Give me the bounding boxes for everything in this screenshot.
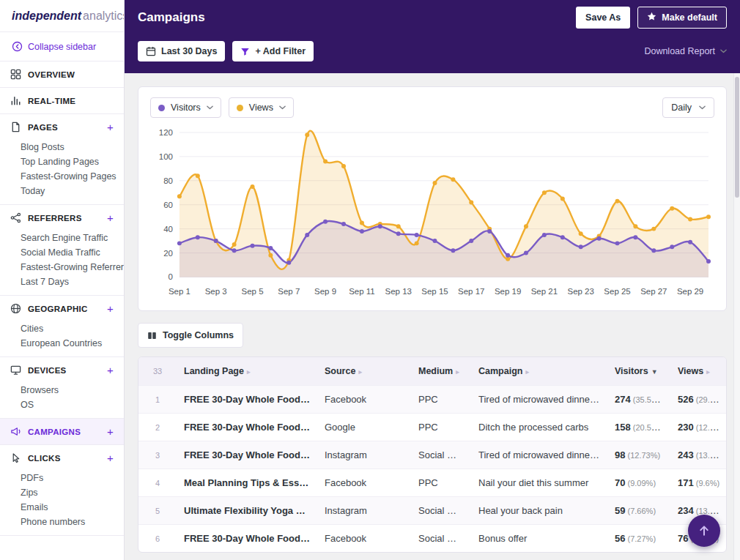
sidebar-item-zips[interactable]: Zips xyxy=(21,485,116,500)
interval-select[interactable]: Daily xyxy=(662,97,714,118)
sidebar-section-label: REFERRERS xyxy=(28,214,82,223)
download-report-button[interactable]: Download Report xyxy=(644,46,727,56)
column-header-campaign[interactable]: Campaign▸ xyxy=(471,357,607,386)
cell-visitors: 98 (12.73%) xyxy=(607,441,670,469)
date-range-button[interactable]: Last 30 Days xyxy=(138,41,225,61)
column-header-views[interactable]: Views▸ xyxy=(670,357,727,386)
svg-text:Sep 29: Sep 29 xyxy=(677,287,703,296)
visitors-series-toggle[interactable]: Visitors xyxy=(150,97,221,118)
plus-icon[interactable]: + xyxy=(107,212,114,223)
svg-text:Sep 11: Sep 11 xyxy=(349,287,375,296)
sidebar-item-referrers[interactable]: REFERRERS+ xyxy=(0,205,124,231)
make-default-label: Make default xyxy=(662,12,717,23)
sidebar-subitems: PDFsZipsEmailsPhone numbers xyxy=(0,471,124,535)
sidebar-item-campaigns[interactable]: CAMPAIGNS+ xyxy=(0,419,124,444)
collapse-sidebar-button[interactable]: Collapse sidebar xyxy=(0,32,124,61)
page-title: Campaigns xyxy=(138,10,205,25)
views-toggle-label: Views xyxy=(249,102,273,113)
cell-campaign: Nail your diet this summer xyxy=(471,469,607,497)
table-row: 2FREE 30-Day Whole Food Meal PlanGoogleP… xyxy=(138,414,727,441)
cell-visitors-percent: (7.27%) xyxy=(625,534,656,543)
sidebar-item-cities[interactable]: Cities xyxy=(21,321,116,336)
svg-text:Sep 15: Sep 15 xyxy=(421,287,448,296)
plus-icon[interactable]: + xyxy=(107,426,114,437)
save-as-button[interactable]: Save As xyxy=(576,7,630,29)
sidebar-item-clicks[interactable]: CLICKS+ xyxy=(0,445,124,471)
cell-row-number: 6 xyxy=(138,525,177,553)
sidebar-item-emails[interactable]: Emails xyxy=(21,500,116,515)
sidebar-item-pages[interactable]: PAGES+ xyxy=(0,114,124,140)
column-header-medium[interactable]: Medium▸ xyxy=(411,357,471,386)
sidebar-item-geographic[interactable]: GEOGRAPHIC+ xyxy=(0,296,124,321)
sidebar-item-today[interactable]: Today xyxy=(21,184,116,198)
sidebar-item-browsers[interactable]: Browsers xyxy=(21,383,116,397)
cell-landing-page: FREE 30-Day Whole Food Meal Plan xyxy=(177,441,317,469)
sidebar-item-fastest-growing-pages[interactable]: Fastest-Growing Pages xyxy=(21,169,116,184)
cell-campaign: Tired of microwaved dinners? xyxy=(471,386,607,414)
svg-text:20: 20 xyxy=(163,249,173,258)
sidebar-item-phone-numbers[interactable]: Phone numbers xyxy=(21,515,116,529)
sidebar-item-blog-posts[interactable]: Blog Posts xyxy=(21,140,116,154)
sidebar-item-devices[interactable]: DEVICES+ xyxy=(0,357,124,383)
cell-visitors-value: 70 xyxy=(615,477,625,488)
table-row: 4Meal Planning Tips & EssentialsFacebook… xyxy=(138,469,727,497)
table-row: 6FREE 30-Day Whole Food Meal PlanFaceboo… xyxy=(138,525,727,553)
plus-icon[interactable]: + xyxy=(107,365,114,376)
sidebar-item-os[interactable]: OS xyxy=(21,397,116,412)
sidebar-section-campaigns: CAMPAIGNS+ xyxy=(0,419,124,444)
sidebar-section-label: GEOGRAPHIC xyxy=(28,305,88,313)
cell-medium: Social Media xyxy=(411,441,471,469)
toggle-columns-button[interactable]: Toggle Columns xyxy=(138,323,243,348)
sidebar-item-overview[interactable]: OVERVIEW xyxy=(0,61,124,87)
toggle-columns-label: Toggle Columns xyxy=(163,330,234,340)
sidebar-subitems: BrowsersOS xyxy=(0,383,124,418)
scroll-to-top-button[interactable] xyxy=(688,515,720,547)
views-series-toggle[interactable]: Views xyxy=(229,97,294,118)
arrow-up-icon xyxy=(698,524,711,537)
sidebar-item-top-landing-pages[interactable]: Top Landing Pages xyxy=(21,154,116,169)
column-header-landing-page[interactable]: Landing Page▸ xyxy=(177,357,317,386)
cell-visitors-value: 56 xyxy=(615,533,625,544)
svg-text:Sep 25: Sep 25 xyxy=(604,287,630,296)
cell-campaign: Tired of microwaved dinners? xyxy=(471,441,607,469)
cell-views-value: 230 xyxy=(678,422,694,433)
svg-text:80: 80 xyxy=(163,176,173,185)
cell-visitors: 70 (9.09%) xyxy=(607,469,670,497)
page-scrollbar[interactable] xyxy=(733,73,740,560)
sidebar-item-search-engine-traffic[interactable]: Search Engine Traffic xyxy=(21,231,116,245)
sidebar-section-label: CAMPAIGNS xyxy=(28,428,81,436)
cell-views-value: 243 xyxy=(678,449,694,460)
visitors-toggle-label: Visitors xyxy=(171,102,201,113)
cell-visitors-value: 158 xyxy=(615,422,631,433)
plus-icon[interactable]: + xyxy=(107,122,114,132)
sidebar-item-real-time[interactable]: REAL-TIME xyxy=(0,88,124,113)
sidebar-item-social-media-traffic[interactable]: Social Media Traffic xyxy=(21,245,116,260)
cell-campaign: Bonus offer xyxy=(471,525,607,553)
svg-text:Sep 3: Sep 3 xyxy=(205,287,227,296)
svg-text:Sep 17: Sep 17 xyxy=(458,287,484,296)
column-header-source[interactable]: Source▸ xyxy=(317,357,411,386)
sidebar-item-fastest-growing-referrers[interactable]: Fastest-Growing Referrers xyxy=(21,260,116,275)
make-default-button[interactable]: Make default xyxy=(637,7,727,29)
column-header-visitors[interactable]: Visitors▼ xyxy=(607,357,670,386)
scrollbar-thumb[interactable] xyxy=(735,77,739,198)
cell-visitors-percent: (9.09%) xyxy=(625,479,656,488)
columns-icon xyxy=(147,331,157,340)
plus-icon[interactable]: + xyxy=(107,452,114,463)
sidebar-item-european-countries[interactable]: European Countries xyxy=(21,336,116,351)
plus-icon[interactable]: + xyxy=(107,303,114,314)
sidebar-item-pdfs[interactable]: PDFs xyxy=(21,471,116,485)
sidebar-section-label: DEVICES xyxy=(28,366,67,375)
cell-visitors-value: 98 xyxy=(615,449,625,460)
table-row: 3FREE 30-Day Whole Food Meal PlanInstagr… xyxy=(138,441,727,469)
cell-medium: Social Media xyxy=(411,497,471,525)
sidebar-item-last-7-days[interactable]: Last 7 Days xyxy=(21,275,116,289)
svg-text:Sep 23: Sep 23 xyxy=(567,287,593,296)
campaigns-table: 33Landing Page▸Source▸Medium▸Campaign▸Vi… xyxy=(138,357,727,552)
cell-visitors: 56 (7.27%) xyxy=(607,525,670,553)
cell-views-percent: (13.64%) xyxy=(694,449,727,460)
cell-views-percent: (12.91%) xyxy=(694,422,727,433)
add-filter-button[interactable]: + Add Filter xyxy=(232,41,314,61)
cell-visitors: 59 (7.66%) xyxy=(607,497,670,525)
cell-row-number: 4 xyxy=(138,469,177,497)
